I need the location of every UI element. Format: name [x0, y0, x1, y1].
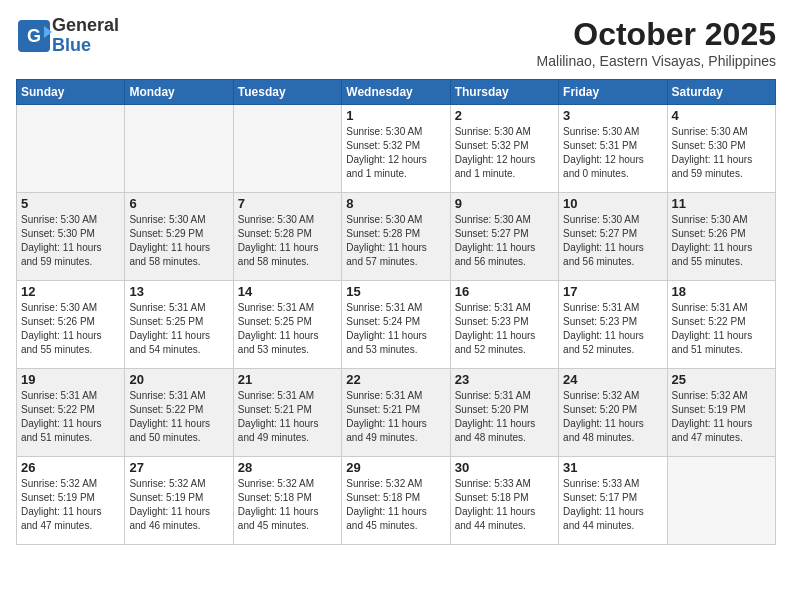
day-info: Sunrise: 5:32 AM Sunset: 5:19 PM Dayligh… [672, 389, 771, 445]
calendar-cell: 21Sunrise: 5:31 AM Sunset: 5:21 PM Dayli… [233, 369, 341, 457]
weekday-header: Saturday [667, 80, 775, 105]
day-number: 12 [21, 284, 120, 299]
day-number: 5 [21, 196, 120, 211]
calendar-cell: 13Sunrise: 5:31 AM Sunset: 5:25 PM Dayli… [125, 281, 233, 369]
month-title: October 2025 [537, 16, 776, 53]
calendar-cell: 10Sunrise: 5:30 AM Sunset: 5:27 PM Dayli… [559, 193, 667, 281]
day-number: 1 [346, 108, 445, 123]
day-info: Sunrise: 5:30 AM Sunset: 5:31 PM Dayligh… [563, 125, 662, 181]
logo-text: General Blue [52, 16, 119, 56]
calendar-cell: 9Sunrise: 5:30 AM Sunset: 5:27 PM Daylig… [450, 193, 558, 281]
calendar-cell: 12Sunrise: 5:30 AM Sunset: 5:26 PM Dayli… [17, 281, 125, 369]
calendar-cell: 16Sunrise: 5:31 AM Sunset: 5:23 PM Dayli… [450, 281, 558, 369]
day-info: Sunrise: 5:30 AM Sunset: 5:27 PM Dayligh… [563, 213, 662, 269]
location-title: Malilinao, Eastern Visayas, Philippines [537, 53, 776, 69]
calendar-cell: 11Sunrise: 5:30 AM Sunset: 5:26 PM Dayli… [667, 193, 775, 281]
day-number: 23 [455, 372, 554, 387]
calendar-cell: 24Sunrise: 5:32 AM Sunset: 5:20 PM Dayli… [559, 369, 667, 457]
calendar-cell: 25Sunrise: 5:32 AM Sunset: 5:19 PM Dayli… [667, 369, 775, 457]
day-number: 11 [672, 196, 771, 211]
day-info: Sunrise: 5:30 AM Sunset: 5:32 PM Dayligh… [455, 125, 554, 181]
day-info: Sunrise: 5:30 AM Sunset: 5:30 PM Dayligh… [672, 125, 771, 181]
weekday-header: Friday [559, 80, 667, 105]
day-info: Sunrise: 5:32 AM Sunset: 5:19 PM Dayligh… [129, 477, 228, 533]
day-number: 8 [346, 196, 445, 211]
weekday-header: Thursday [450, 80, 558, 105]
day-info: Sunrise: 5:31 AM Sunset: 5:22 PM Dayligh… [672, 301, 771, 357]
calendar-cell [17, 105, 125, 193]
calendar-week-row: 19Sunrise: 5:31 AM Sunset: 5:22 PM Dayli… [17, 369, 776, 457]
calendar-cell: 3Sunrise: 5:30 AM Sunset: 5:31 PM Daylig… [559, 105, 667, 193]
day-number: 20 [129, 372, 228, 387]
calendar-cell: 31Sunrise: 5:33 AM Sunset: 5:17 PM Dayli… [559, 457, 667, 545]
day-info: Sunrise: 5:30 AM Sunset: 5:26 PM Dayligh… [21, 301, 120, 357]
day-number: 6 [129, 196, 228, 211]
calendar-week-row: 12Sunrise: 5:30 AM Sunset: 5:26 PM Dayli… [17, 281, 776, 369]
day-number: 10 [563, 196, 662, 211]
day-info: Sunrise: 5:30 AM Sunset: 5:29 PM Dayligh… [129, 213, 228, 269]
day-info: Sunrise: 5:30 AM Sunset: 5:28 PM Dayligh… [238, 213, 337, 269]
logo-icon: G [16, 18, 52, 54]
calendar-cell: 18Sunrise: 5:31 AM Sunset: 5:22 PM Dayli… [667, 281, 775, 369]
day-info: Sunrise: 5:31 AM Sunset: 5:21 PM Dayligh… [238, 389, 337, 445]
logo: G General Blue [16, 16, 119, 56]
calendar-cell: 14Sunrise: 5:31 AM Sunset: 5:25 PM Dayli… [233, 281, 341, 369]
calendar-cell: 30Sunrise: 5:33 AM Sunset: 5:18 PM Dayli… [450, 457, 558, 545]
day-info: Sunrise: 5:32 AM Sunset: 5:20 PM Dayligh… [563, 389, 662, 445]
day-number: 13 [129, 284, 228, 299]
day-info: Sunrise: 5:33 AM Sunset: 5:18 PM Dayligh… [455, 477, 554, 533]
day-number: 9 [455, 196, 554, 211]
calendar-cell: 2Sunrise: 5:30 AM Sunset: 5:32 PM Daylig… [450, 105, 558, 193]
calendar-cell: 6Sunrise: 5:30 AM Sunset: 5:29 PM Daylig… [125, 193, 233, 281]
day-number: 26 [21, 460, 120, 475]
day-number: 18 [672, 284, 771, 299]
day-info: Sunrise: 5:32 AM Sunset: 5:18 PM Dayligh… [238, 477, 337, 533]
calendar-table: SundayMondayTuesdayWednesdayThursdayFrid… [16, 79, 776, 545]
day-number: 25 [672, 372, 771, 387]
day-info: Sunrise: 5:31 AM Sunset: 5:20 PM Dayligh… [455, 389, 554, 445]
calendar-header: SundayMondayTuesdayWednesdayThursdayFrid… [17, 80, 776, 105]
day-number: 28 [238, 460, 337, 475]
calendar-cell: 27Sunrise: 5:32 AM Sunset: 5:19 PM Dayli… [125, 457, 233, 545]
logo-line2: Blue [52, 36, 119, 56]
calendar-cell [233, 105, 341, 193]
day-number: 7 [238, 196, 337, 211]
day-number: 22 [346, 372, 445, 387]
day-number: 21 [238, 372, 337, 387]
day-info: Sunrise: 5:32 AM Sunset: 5:18 PM Dayligh… [346, 477, 445, 533]
day-number: 27 [129, 460, 228, 475]
calendar-cell: 4Sunrise: 5:30 AM Sunset: 5:30 PM Daylig… [667, 105, 775, 193]
day-number: 29 [346, 460, 445, 475]
day-number: 19 [21, 372, 120, 387]
svg-text:G: G [27, 26, 41, 46]
day-number: 4 [672, 108, 771, 123]
day-number: 14 [238, 284, 337, 299]
calendar-week-row: 5Sunrise: 5:30 AM Sunset: 5:30 PM Daylig… [17, 193, 776, 281]
day-info: Sunrise: 5:31 AM Sunset: 5:25 PM Dayligh… [238, 301, 337, 357]
calendar-cell: 15Sunrise: 5:31 AM Sunset: 5:24 PM Dayli… [342, 281, 450, 369]
day-number: 17 [563, 284, 662, 299]
calendar-cell: 29Sunrise: 5:32 AM Sunset: 5:18 PM Dayli… [342, 457, 450, 545]
page-header: G General Blue October 2025 Malilinao, E… [16, 16, 776, 69]
calendar-cell: 20Sunrise: 5:31 AM Sunset: 5:22 PM Dayli… [125, 369, 233, 457]
calendar-cell: 17Sunrise: 5:31 AM Sunset: 5:23 PM Dayli… [559, 281, 667, 369]
day-number: 3 [563, 108, 662, 123]
page-container: G General Blue October 2025 Malilinao, E… [0, 0, 792, 555]
day-number: 15 [346, 284, 445, 299]
day-info: Sunrise: 5:31 AM Sunset: 5:22 PM Dayligh… [21, 389, 120, 445]
day-info: Sunrise: 5:33 AM Sunset: 5:17 PM Dayligh… [563, 477, 662, 533]
day-info: Sunrise: 5:30 AM Sunset: 5:26 PM Dayligh… [672, 213, 771, 269]
day-info: Sunrise: 5:31 AM Sunset: 5:25 PM Dayligh… [129, 301, 228, 357]
calendar-cell: 8Sunrise: 5:30 AM Sunset: 5:28 PM Daylig… [342, 193, 450, 281]
day-info: Sunrise: 5:30 AM Sunset: 5:27 PM Dayligh… [455, 213, 554, 269]
calendar-week-row: 26Sunrise: 5:32 AM Sunset: 5:19 PM Dayli… [17, 457, 776, 545]
title-block: October 2025 Malilinao, Eastern Visayas,… [537, 16, 776, 69]
weekday-header: Tuesday [233, 80, 341, 105]
weekday-header: Sunday [17, 80, 125, 105]
calendar-cell: 5Sunrise: 5:30 AM Sunset: 5:30 PM Daylig… [17, 193, 125, 281]
day-number: 16 [455, 284, 554, 299]
calendar-cell: 28Sunrise: 5:32 AM Sunset: 5:18 PM Dayli… [233, 457, 341, 545]
day-info: Sunrise: 5:32 AM Sunset: 5:19 PM Dayligh… [21, 477, 120, 533]
calendar-cell [667, 457, 775, 545]
calendar-cell: 1Sunrise: 5:30 AM Sunset: 5:32 PM Daylig… [342, 105, 450, 193]
